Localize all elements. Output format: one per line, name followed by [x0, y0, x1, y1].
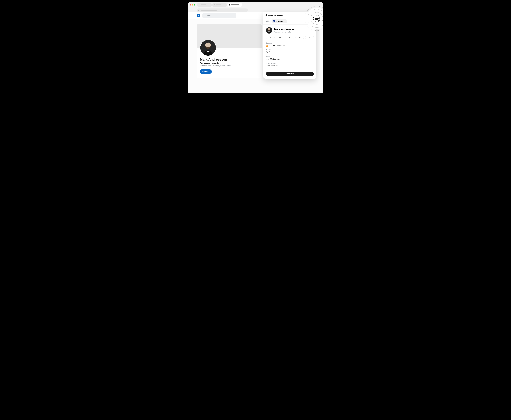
linkedin-logo[interactable]: in	[197, 14, 200, 17]
search-placeholder: Search	[207, 15, 212, 16]
action-link[interactable]	[305, 36, 314, 39]
search-icon	[204, 15, 206, 16]
profile-org: Andreessen Horowitz	[200, 62, 259, 64]
tab-inactive-2[interactable]	[212, 3, 227, 7]
workspace-name: Apple workspace	[268, 14, 283, 16]
url-bar	[188, 8, 323, 12]
maximize-window-button[interactable]	[194, 4, 195, 6]
field-label: Job title	[266, 49, 314, 51]
avatar-image	[200, 40, 216, 56]
chart-up-icon	[273, 20, 275, 22]
connect-button[interactable]: Connect	[200, 69, 212, 74]
back-button[interactable]	[190, 9, 192, 11]
profile-card: Mark Andreessen Andreessen Horowitz Moun…	[197, 24, 262, 78]
contact-name: Mark Andreessen	[274, 28, 296, 31]
add-in-label: Add in	[265, 20, 271, 22]
contact-header: Mark Andreessen Andreessen Horowitz	[266, 27, 314, 34]
close-window-button[interactable]	[190, 4, 191, 6]
field-phone: Phone number (209) 555-0104	[266, 62, 314, 67]
field-email: Email mark@a16z.com	[266, 56, 314, 60]
minimize-window-button[interactable]	[192, 4, 193, 6]
svg-point-0	[214, 5, 215, 5]
site-favicon	[229, 4, 230, 6]
window-controls	[190, 4, 195, 6]
tab-inactive-1[interactable]	[197, 3, 211, 7]
extension-panel: Apple workspace Add in Investors	[263, 12, 316, 79]
contact-org: Andreessen Horowitz	[274, 31, 296, 33]
tab-title-placeholder	[231, 5, 240, 5]
email-icon	[279, 37, 281, 38]
new-tab-button[interactable]: +	[243, 3, 246, 6]
field-value: mark@a16z.com	[266, 58, 280, 60]
arrow-right-icon	[194, 9, 195, 11]
profile-name: Mark Andreessen	[200, 58, 259, 61]
tab-title-placeholder	[201, 5, 206, 5]
workspace-header[interactable]: Apple workspace	[263, 12, 316, 18]
page-content: in Search Mark Andreessen And	[188, 12, 323, 93]
add-button-label: Add to folk	[286, 73, 294, 75]
apple-icon	[265, 14, 267, 16]
contact-avatar	[266, 27, 272, 34]
connect-label: Connect	[202, 70, 210, 73]
action-message[interactable]	[295, 36, 304, 39]
field-job-title: Job title Co-Founder	[266, 49, 314, 53]
field-value: (209) 555-0104	[266, 65, 278, 67]
field-value: Andreessen Horowitz	[269, 45, 286, 47]
panel-footer: Add to folk	[263, 70, 316, 79]
group-selector[interactable]: Investors	[272, 19, 287, 23]
tab-strip: +	[188, 2, 323, 8]
lock-icon	[198, 9, 200, 11]
group-selector-label: Investors	[276, 20, 283, 22]
forward-button[interactable]	[193, 9, 195, 11]
field-company: Company a16z Andreessen Horowitz	[266, 42, 314, 47]
home-icon	[198, 4, 200, 6]
profile-location: Mountain view, California, United States	[200, 65, 259, 67]
add-to-folk-button[interactable]: Add to folk	[266, 72, 314, 76]
chat-icon	[299, 37, 301, 38]
field-label: Company	[266, 42, 314, 44]
company-logo-icon: a16z	[266, 45, 268, 47]
field-label: Phone number	[266, 62, 314, 64]
tab-title-placeholder	[216, 5, 222, 5]
link-icon	[308, 37, 310, 38]
address-placeholder	[201, 10, 217, 11]
action-reminder[interactable]	[286, 36, 294, 39]
action-row	[266, 36, 314, 39]
field-value: Co-Founder	[266, 51, 276, 53]
phone-icon	[269, 37, 271, 38]
search-icon	[214, 4, 215, 6]
chevron-down-icon	[284, 21, 286, 22]
address-input[interactable]	[197, 8, 248, 12]
tab-active[interactable]	[227, 3, 242, 7]
browser-window: + in Search	[188, 2, 323, 93]
profile-avatar[interactable]	[200, 40, 216, 56]
action-email[interactable]	[276, 36, 284, 39]
svg-point-1	[204, 15, 205, 16]
arrow-left-icon	[190, 9, 192, 11]
search-input[interactable]: Search	[202, 13, 236, 18]
action-phone[interactable]	[266, 36, 275, 39]
field-label: Email	[266, 56, 314, 57]
add-in-row: Add in Investors	[263, 18, 316, 24]
avatar-image	[266, 27, 272, 34]
bell-icon	[289, 37, 291, 38]
linkedin-logo-text: in	[198, 15, 199, 16]
